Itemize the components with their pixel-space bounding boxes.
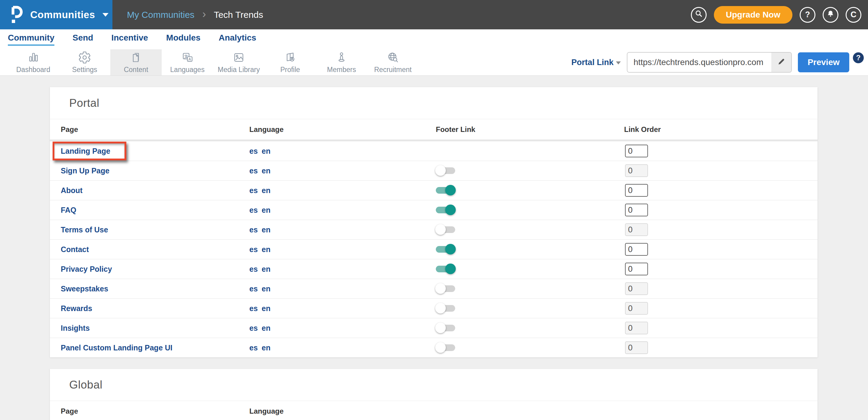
link-order-input — [625, 341, 648, 354]
portal-link-dropdown[interactable]: Portal Link — [571, 58, 621, 67]
table-row: Panel Custom Landing Page UI es en — [50, 338, 817, 357]
language-link-en[interactable]: en — [262, 245, 271, 254]
toolbar-item-languages[interactable]: 文ALanguages — [162, 49, 213, 75]
language-link-es[interactable]: es — [249, 186, 258, 195]
language-link-es[interactable]: es — [249, 245, 258, 254]
language-link-es[interactable]: es — [249, 147, 258, 156]
tab-analytics[interactable]: Analytics — [218, 33, 256, 46]
page-link[interactable]: Privacy Policy — [61, 265, 112, 274]
toolbar-item-media-library[interactable]: Media Library — [213, 49, 265, 75]
toolbar-item-settings[interactable]: Settings — [59, 49, 110, 75]
portal-section-title: Portal — [50, 87, 817, 119]
footer-link-toggle[interactable] — [436, 246, 455, 253]
tab-community[interactable]: Community — [8, 33, 54, 46]
page-link[interactable]: Contact — [61, 245, 89, 254]
notifications-button[interactable] — [823, 7, 838, 23]
breadcrumb-my-communities[interactable]: My Communities — [127, 10, 194, 20]
tab-send[interactable]: Send — [72, 33, 93, 46]
language-link-en[interactable]: en — [262, 147, 271, 156]
member-icon — [335, 51, 348, 64]
tab-incentive[interactable]: Incentive — [111, 33, 148, 46]
footer-link-toggle[interactable] — [436, 207, 455, 213]
language-link-es[interactable]: es — [249, 284, 258, 293]
toggle-knob — [435, 283, 446, 294]
toggle-knob — [445, 185, 456, 195]
footer-link-toggle[interactable] — [436, 266, 455, 272]
language-link-en[interactable]: en — [262, 304, 271, 313]
upgrade-now-button[interactable]: Upgrade Now — [714, 6, 793, 24]
language-link-en[interactable]: en — [262, 186, 271, 195]
portal-url-group — [627, 52, 792, 73]
page-link[interactable]: Sweepstakes — [61, 284, 108, 293]
language-link-en[interactable]: en — [262, 166, 271, 175]
toggle-knob — [435, 165, 446, 176]
footer-link-toggle[interactable] — [436, 325, 455, 331]
footer-link-toggle[interactable] — [436, 305, 455, 312]
table-row: Privacy Policy es en — [50, 259, 817, 279]
footer-link-toggle[interactable] — [436, 167, 455, 174]
breadcrumb: My Communities › Tech Trends — [127, 10, 263, 20]
svg-text:A: A — [188, 57, 191, 61]
language-link-en[interactable]: en — [262, 225, 271, 234]
portal-url-input[interactable] — [627, 53, 771, 72]
footer-link-toggle[interactable] — [436, 285, 455, 292]
portal-help-icon[interactable]: ? — [853, 52, 864, 63]
page-link[interactable]: About — [61, 186, 83, 195]
language-link-en[interactable]: en — [262, 324, 271, 333]
page-link[interactable]: Insights — [61, 324, 90, 333]
table-row: Rewards es en — [50, 299, 817, 318]
column-header-link-order: Link Order — [624, 125, 661, 134]
table-row: Contact es en — [50, 240, 817, 259]
pencil-icon — [777, 57, 786, 67]
avatar[interactable]: C — [846, 7, 861, 23]
questionpro-logo-icon — [9, 4, 24, 25]
search-button[interactable] — [691, 7, 707, 23]
page-link[interactable]: Landing Page — [61, 147, 110, 156]
language-link-es[interactable]: es — [249, 166, 258, 175]
link-order-input — [625, 321, 648, 334]
column-header-page: Page — [61, 407, 78, 416]
product-switcher[interactable]: Communities — [0, 0, 113, 29]
footer-link-toggle[interactable] — [436, 187, 455, 194]
language-link-es[interactable]: es — [249, 304, 258, 313]
page-link[interactable]: Sign Up Page — [61, 166, 110, 175]
toolbar-item-dashboard[interactable]: Dashboard — [7, 49, 59, 75]
language-link-es[interactable]: es — [249, 206, 258, 215]
toolbar-item-members[interactable]: Members — [316, 49, 367, 75]
preview-button[interactable]: Preview — [798, 52, 849, 72]
page-link[interactable]: Terms of Use — [61, 225, 108, 234]
page: Communities My Communities › Tech Trends… — [0, 0, 868, 420]
page-link[interactable]: FAQ — [61, 206, 76, 215]
edit-url-button[interactable] — [771, 53, 791, 72]
search-icon — [694, 9, 703, 20]
language-link-es[interactable]: es — [249, 343, 258, 352]
footer-link-toggle[interactable] — [436, 344, 455, 351]
toolbar-item-content[interactable]: Content — [110, 49, 162, 75]
page-link[interactable]: Rewards — [61, 304, 92, 313]
help-button[interactable]: ? — [800, 7, 815, 23]
tab-modules[interactable]: Modules — [166, 33, 201, 46]
link-order-input[interactable] — [625, 243, 648, 256]
language-link-en[interactable]: en — [262, 343, 271, 352]
footer-link-toggle[interactable] — [436, 226, 455, 233]
toolbar-item-profile[interactable]: Profile — [265, 49, 316, 75]
link-order-input[interactable] — [625, 204, 648, 216]
toolbar-item-recruitment[interactable]: Recruitment — [367, 49, 418, 75]
translate-icon: 文A — [181, 51, 194, 64]
link-order-input[interactable] — [625, 184, 648, 197]
link-order-input[interactable] — [625, 263, 648, 275]
language-link-en[interactable]: en — [262, 206, 271, 215]
language-links: es en — [249, 186, 271, 195]
page-link[interactable]: Panel Custom Landing Page UI — [61, 343, 173, 352]
toolbar-item-label: Recruitment — [374, 66, 412, 74]
language-link-en[interactable]: en — [262, 265, 271, 274]
toolbar-item-label: Media Library — [218, 66, 259, 74]
language-links: es en — [249, 284, 271, 293]
language-link-en[interactable]: en — [262, 284, 271, 293]
link-order-input[interactable] — [625, 145, 648, 157]
language-link-es[interactable]: es — [249, 265, 258, 274]
language-links: es en — [249, 343, 271, 352]
language-link-es[interactable]: es — [249, 324, 258, 333]
table-row: About es en — [50, 180, 817, 200]
language-link-es[interactable]: es — [249, 225, 258, 234]
